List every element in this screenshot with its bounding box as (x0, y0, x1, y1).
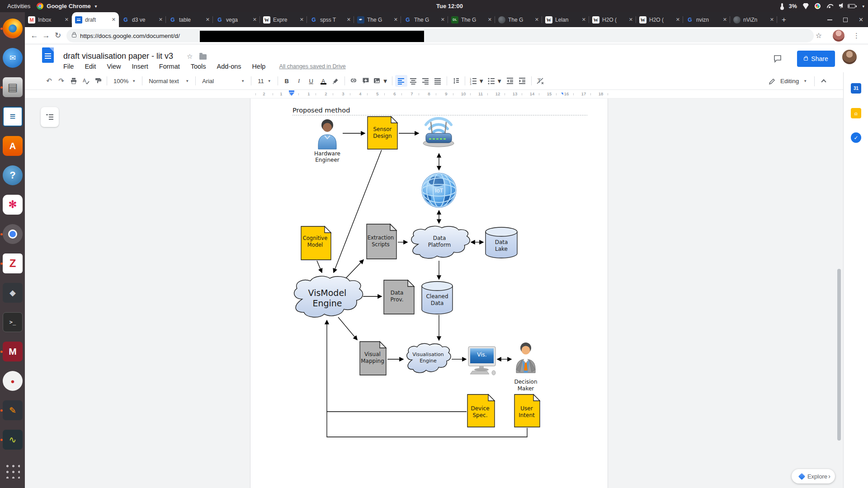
volume-muted-icon[interactable]: × (839, 3, 842, 9)
tab-close-icon[interactable]: ✕ (488, 17, 492, 23)
tab-close-icon[interactable]: ✕ (535, 17, 539, 23)
tab-expre[interactable]: WExpre✕ (260, 12, 307, 27)
print-button[interactable] (67, 75, 80, 87)
font-size-select[interactable]: 11▼ (254, 75, 274, 87)
padlock-icon[interactable] (72, 34, 76, 38)
vertical-scrollbar[interactable] (837, 269, 841, 441)
tab-nvizn[interactable]: nViZn✕ (730, 12, 777, 27)
menu-format[interactable]: Format (159, 63, 180, 70)
bulleted-list-button[interactable]: ▼ (486, 75, 504, 87)
align-left-button[interactable] (395, 75, 407, 87)
forward-button[interactable]: → (40, 31, 52, 40)
justify-button[interactable] (432, 75, 444, 87)
tab-close-icon[interactable]: ✕ (112, 17, 116, 23)
dock-item-terminal[interactable]: >_ (3, 312, 23, 332)
zoom-select[interactable]: 100%▼ (110, 75, 139, 87)
align-center-button[interactable] (407, 75, 420, 87)
increase-indent-button[interactable] (516, 75, 528, 87)
back-button[interactable]: ← (28, 31, 40, 40)
share-button[interactable]: Share (797, 51, 835, 67)
tab-close-icon[interactable]: ✕ (723, 17, 727, 23)
browser-profile-avatar[interactable] (833, 30, 844, 42)
address-bar[interactable]: https://docs.google.com/document/d/ (66, 29, 814, 42)
menu-tools[interactable]: Tools (191, 63, 206, 70)
dock-item-slack[interactable]: ✻ (3, 195, 23, 215)
dock-item-cabinet[interactable]: ▤ (3, 77, 23, 97)
comment-history-icon[interactable] (773, 54, 782, 65)
tab-close-icon[interactable]: ✕ (65, 17, 69, 23)
reload-button[interactable]: ↻ (52, 31, 64, 40)
menu-help[interactable]: Help (252, 63, 266, 70)
tab-close-icon[interactable]: ✕ (629, 17, 633, 23)
docs-file-icon[interactable] (42, 47, 54, 63)
account-avatar[interactable] (842, 50, 857, 64)
tab-close-icon[interactable]: ✕ (676, 17, 680, 23)
spellcheck-button[interactable]: A (80, 75, 92, 87)
paint-format-button[interactable] (92, 75, 104, 87)
save-status-link[interactable]: All changes saved in Drive (279, 63, 345, 70)
slack-indicator-icon[interactable] (815, 3, 821, 9)
dock-item-audio[interactable]: ∿ (3, 430, 23, 450)
clock[interactable]: Tue 12:00 (436, 0, 463, 12)
align-right-button[interactable] (420, 75, 432, 87)
window-close-button[interactable]: ✕ (859, 16, 863, 23)
bold-button[interactable]: B (281, 75, 293, 87)
expand-side-panel-chevron-icon[interactable]: › (828, 472, 830, 480)
tab-spss-t[interactable]: Gspss T✕ (307, 12, 354, 27)
vis-display-icon[interactable] (468, 347, 495, 375)
insert-link-button[interactable] (348, 75, 360, 87)
menu-addons[interactable]: Add-ons (217, 63, 241, 70)
system-menu-chevron-icon[interactable]: ▾ (862, 4, 864, 9)
tab-close-icon[interactable]: ✕ (582, 17, 586, 23)
dock-item-writer[interactable]: ≡ (3, 107, 23, 127)
tab-close-icon[interactable]: ✕ (394, 17, 398, 23)
decision-maker-icon[interactable] (516, 343, 535, 373)
tab-close-icon[interactable]: ✕ (347, 17, 351, 23)
tab-h2o-[interactable]: WH2O (✕ (636, 12, 683, 27)
new-tab-button[interactable]: + (782, 15, 786, 24)
insert-image-button[interactable]: ▼ (372, 75, 389, 87)
mode-selector[interactable]: Editing ▼ (769, 72, 826, 90)
text-color-button[interactable]: A (317, 75, 330, 87)
menu-edit[interactable]: Edit (85, 63, 96, 70)
tab-close-icon[interactable]: ✕ (159, 17, 163, 23)
document-title[interactable]: draft visualisation paper - lit v3 (63, 52, 173, 61)
tab-table[interactable]: Gtable✕ (166, 12, 213, 27)
tab-the-g[interactable]: The G✕ (495, 12, 542, 27)
activities-button[interactable]: Activities (7, 3, 30, 9)
hide-menus-chevron-icon[interactable] (821, 79, 826, 84)
tab-draft[interactable]: draft✕ (72, 12, 119, 27)
move-folder-icon[interactable] (199, 54, 207, 60)
keep-icon[interactable]: ꭥ (851, 108, 861, 118)
dock-item-firefox[interactable] (3, 19, 23, 38)
tab-the-g[interactable]: ✒The G✕ (354, 12, 401, 27)
clear-formatting-button[interactable]: T (534, 75, 547, 87)
decrease-indent-button[interactable] (504, 75, 516, 87)
line-spacing-button[interactable] (450, 75, 462, 87)
calendar-icon[interactable]: 31 (851, 83, 861, 94)
menu-insert[interactable]: Insert (132, 63, 148, 70)
tab-close-icon[interactable]: ✕ (206, 17, 210, 23)
document-page[interactable]: Proposed method (250, 99, 608, 488)
tab-d3-ve[interactable]: Gd3 ve✕ (119, 12, 166, 27)
italic-button[interactable]: I (293, 75, 305, 87)
star-document-icon[interactable]: ☆ (187, 52, 193, 61)
bookmark-star-icon[interactable]: ☆ (816, 31, 822, 40)
menu-view[interactable]: View (107, 63, 121, 70)
dock-item-krita[interactable]: ✎ (3, 400, 23, 420)
dock-item-thunderbird[interactable]: ✉ (3, 48, 23, 68)
battery-icon[interactable] (848, 4, 855, 8)
dock-item-show-apps[interactable] (3, 461, 23, 481)
ruler[interactable]: 21123456789101112131415161718 (25, 90, 843, 99)
numbered-list-button[interactable]: 123 ▼ (468, 75, 486, 87)
dock-item-kazam[interactable]: ● (3, 371, 23, 391)
tab-vega[interactable]: Gvega✕ (213, 12, 260, 27)
tab-lelan[interactable]: WLelan✕ (542, 12, 589, 27)
paragraph-style-select[interactable]: Normal text▼ (145, 75, 193, 87)
dock-item-chrome[interactable] (3, 224, 23, 244)
tab-h2o-[interactable]: WH2O (✕ (589, 12, 636, 27)
dock-item-help[interactable]: ? (3, 165, 23, 185)
tab-the-g[interactable]: DLThe G✕ (448, 12, 495, 27)
tab-close-icon[interactable]: ✕ (441, 17, 445, 23)
tab-nvizn[interactable]: Gnvizn✕ (683, 12, 730, 27)
